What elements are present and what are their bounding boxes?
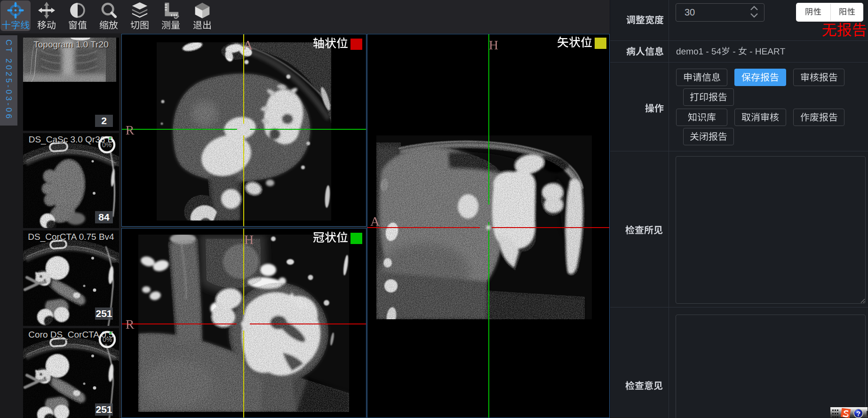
svg-text:0%: 0% (102, 141, 111, 149)
svg-text:0%: 0% (103, 336, 112, 343)
svg-text:?: ? (856, 410, 860, 418)
